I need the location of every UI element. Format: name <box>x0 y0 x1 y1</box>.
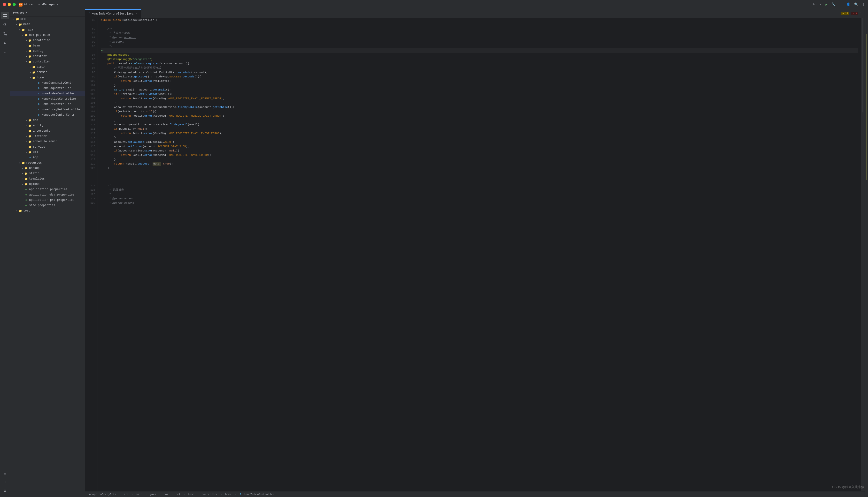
run-button[interactable]: ▶ <box>826 2 828 6</box>
tree-item-upload[interactable]: ▸ 📁 upload <box>10 182 85 187</box>
account-button[interactable]: 👤 <box>846 2 850 6</box>
tree-item-schedule-admin[interactable]: ▸ 📁 schedule.admin <box>10 139 85 144</box>
breadcrumb-item-4: java <box>149 493 157 496</box>
tree-item-main[interactable]: ▾ 📁 main <box>10 22 85 27</box>
activity-vcs[interactable] <box>1 30 9 38</box>
svg-rect-2 <box>3 16 5 17</box>
code-line-105: } <box>101 101 858 105</box>
tree-item-backup[interactable]: ▸ 📁 backup <box>10 166 85 171</box>
activity-problems[interactable]: ⚠ <box>1 469 9 477</box>
props-icon: ⚙ <box>24 193 28 197</box>
arrow-icon: ▸ <box>21 172 24 175</box>
tree-item-HomePetController[interactable]: ▸ C HomePetController <box>10 102 85 107</box>
activity-terminal[interactable]: ⊞ <box>1 478 9 486</box>
tree-item-App[interactable]: ▸ A App <box>10 155 85 160</box>
more-button[interactable]: ⋮ <box>839 3 842 6</box>
tree-item-application-dev-properties[interactable]: ▸ ⚙ application-dev.properties <box>10 192 85 197</box>
debug-button[interactable]: 🔧 <box>831 2 836 6</box>
code-line-122 <box>101 175 858 179</box>
tree-item-annotation[interactable]: ▸ 📁 annotation <box>10 38 85 43</box>
breadcrumb-item-7: base <box>187 493 195 496</box>
run-config[interactable]: App ▾ <box>813 3 822 6</box>
tree-item-HomeFaqController[interactable]: ▸ C HomeFaqController <box>10 86 85 91</box>
tree-item-HomeUserCenterContr[interactable]: ▸ C HomeUserCenterContr <box>10 112 85 118</box>
activity-settings[interactable]: ⚙ <box>1 487 9 495</box>
errors-badge: ✓ 3 <box>851 12 858 15</box>
tree-item-static[interactable]: ▸ 📁 static <box>10 171 85 176</box>
activity-search[interactable] <box>1 21 9 29</box>
tree-label-src: src <box>20 17 26 21</box>
svg-line-5 <box>5 25 6 26</box>
tree-label-HomeCommunityContr: HomeCommunityContr <box>42 81 73 85</box>
tree-label-HomeStrayPetControllle: HomeStrayPetControllle <box>42 108 80 111</box>
tree-item-HomeIndexController[interactable]: ▸ C HomeIndexController <box>10 91 85 96</box>
tree-item-HomeCommunityContr[interactable]: ▸ C HomeCommunityContr <box>10 80 85 86</box>
code-line-128: * @param cpacha <box>101 201 858 205</box>
minimize-button[interactable] <box>8 3 11 6</box>
app-icon: AM <box>19 3 23 6</box>
tree-item-admin[interactable]: ▸ 📁 admin <box>10 65 85 70</box>
tree-label-App: App <box>33 156 38 159</box>
activity-project[interactable] <box>1 12 9 19</box>
tree-item-home[interactable]: ▾ 📁 home <box>10 75 85 80</box>
code-line-94: @ResponseBody <box>101 53 858 57</box>
breadcrumb-sep: › <box>130 493 134 496</box>
tree-item-entity[interactable]: ▸ 📁 entity <box>10 123 85 128</box>
tree-item-listener[interactable]: ▸ 📁 listener <box>10 133 85 139</box>
maximize-button[interactable] <box>13 3 16 6</box>
tree-item-common[interactable]: ▸ 📁 common <box>10 70 85 75</box>
tree-item-dao[interactable]: ▸ 📁 dao <box>10 118 85 123</box>
tab-close-button[interactable]: ✕ <box>136 12 137 15</box>
tree-item-java[interactable]: ▾ 📁 java <box>10 27 85 32</box>
folder-icon: 📁 <box>21 28 25 32</box>
tree-item-service[interactable]: ▸ 📁 service <box>10 144 85 150</box>
tree-item-site-properties[interactable]: ▸ ⚙ site.properties <box>10 203 85 208</box>
close-button[interactable] <box>3 3 6 6</box>
tree-item-application-properties[interactable]: ▸ ⚙ application.properties <box>10 187 85 192</box>
tree-item-HomeNoticeController[interactable]: ▸ C HomeNoticeController <box>10 96 85 102</box>
tree-item-config[interactable]: ▸ 📁 config <box>10 48 85 54</box>
tree-item-src[interactable]: ▾ 📁 src <box>10 16 85 22</box>
arrow-icon: ▸ <box>25 145 28 148</box>
tree-item-util[interactable]: ▸ 📁 util <box>10 150 85 155</box>
folder-icon: 📁 <box>28 118 32 122</box>
tree-item-application-prd-properties[interactable]: ▸ ⚙ application-prd.properties <box>10 197 85 203</box>
tree-label-admin: admin <box>37 65 45 69</box>
tree-label-HomeNoticeController: HomeNoticeController <box>42 97 77 101</box>
tree-item-interceptor[interactable]: ▸ 📁 interceptor <box>10 128 85 133</box>
tree-label-annotation: annotation <box>33 39 50 42</box>
tree-item-constant[interactable]: ▸ 📁 constant <box>10 54 85 59</box>
tree-label-bean: bean <box>33 44 40 47</box>
tree-item-templates[interactable]: ▸ 📁 templates <box>10 176 85 182</box>
arrow-icon: ▸ <box>29 71 32 74</box>
tree-label-test: test <box>23 209 30 212</box>
activity-more[interactable]: ⋯ <box>1 48 9 56</box>
window-controls[interactable] <box>3 3 16 6</box>
code-content[interactable]: public class HomeIndexController { /** *… <box>98 18 861 491</box>
breadcrumb-sep: › <box>233 493 237 496</box>
tree-label-static: static <box>29 172 40 175</box>
tree-label-main: main <box>23 23 30 26</box>
tree-item-test[interactable]: ▸ 📁 test <box>10 208 85 213</box>
folder-icon: 📁 <box>32 76 36 80</box>
expand-icon[interactable]: ⌃ <box>860 12 862 15</box>
tree-item-HomeStrayPetControllle[interactable]: ▸ C HomeStrayPetControllle <box>10 107 85 112</box>
java-file-icon: C <box>37 81 41 85</box>
breadcrumb-item-8: controller <box>201 493 219 496</box>
folder-icon: 📁 <box>28 134 32 138</box>
settings-button[interactable]: ⋮ <box>862 3 865 6</box>
search-button[interactable]: 🔍 <box>854 2 858 6</box>
breadcrumb-item-9: home <box>224 493 233 496</box>
breadcrumb-sep: › <box>118 493 122 496</box>
tree-item-resources[interactable]: ▾ 📁 resources <box>10 160 85 166</box>
activity-run[interactable]: ▶ <box>1 39 9 47</box>
tree-item-bean[interactable]: ▸ 📁 bean <box>10 43 85 48</box>
folder-icon: 📁 <box>28 49 32 53</box>
tree-item-com-pet-base[interactable]: ▾ 📁 com.pet.base <box>10 32 85 38</box>
folder-icon: 📁 <box>28 54 32 58</box>
tab-HomeIndexController[interactable]: C HomeIndexController.java ✕ <box>85 9 141 18</box>
arrow-icon: ▾ <box>25 60 28 63</box>
code-line-121 <box>101 170 858 175</box>
tree-item-controller[interactable]: ▾ 📁 controller <box>10 59 85 65</box>
breadcrumb-icon: C <box>239 493 242 496</box>
